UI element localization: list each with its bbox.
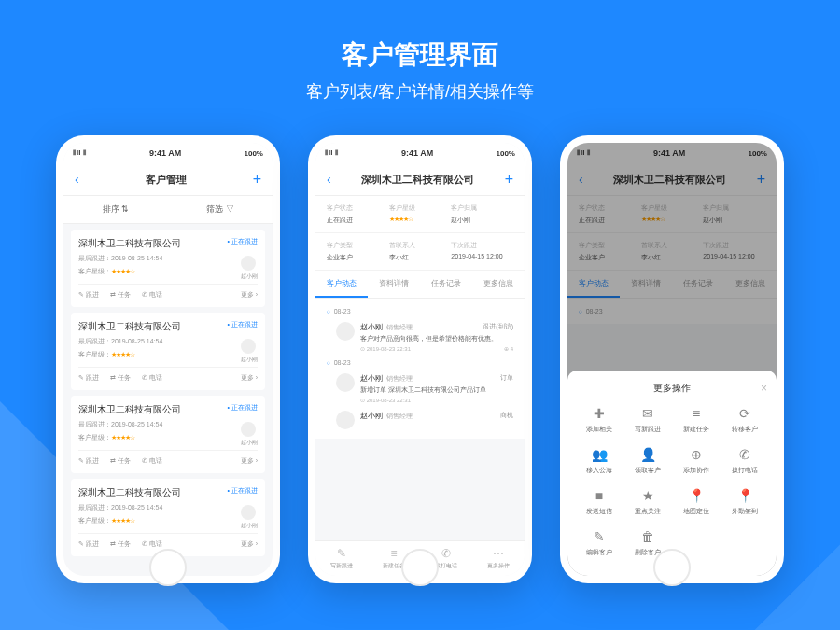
follow-action[interactable]: ✎ 跟进: [78, 373, 99, 383]
sheet-action-6[interactable]: ⊕添加协作: [674, 447, 719, 475]
signal-icon: ⫴ll ⫴: [73, 148, 87, 158]
status-time: 9:41 AM: [149, 148, 181, 158]
tab-3[interactable]: 更多信息: [472, 271, 525, 298]
tab-1[interactable]: 资料详情: [368, 271, 420, 298]
owner-avatar: 赵小刚: [241, 339, 258, 364]
tl-author: 赵小刚: [360, 412, 383, 420]
star-rating: 客户星级：★★★★☆: [78, 433, 258, 442]
follow-action[interactable]: ✎ 跟进: [78, 290, 99, 300]
tabbar: 客户动态资料详情任务记录更多信息: [315, 271, 525, 299]
sheet-title: 更多操作: [653, 383, 691, 393]
page-subtitle: 客户列表/客户详情/相关操作等: [0, 80, 840, 103]
sheet-action-10[interactable]: 📍地图定位: [674, 488, 719, 516]
navbar: ‹ 深圳木卫二科技有限公司 +: [315, 163, 525, 196]
tab-2[interactable]: 任务记录: [420, 271, 472, 298]
owner-avatar: 赵小刚: [241, 505, 258, 530]
task-action[interactable]: ⇄ 任务: [110, 290, 131, 300]
sheet-action-7[interactable]: ✆拨打电话: [722, 447, 767, 475]
customer-card[interactable]: 深圳木卫二科技有限公司 正在跟进 最后跟进：2019-08-25 14:54 客…: [71, 479, 265, 556]
home-button[interactable]: [401, 549, 439, 586]
add-icon[interactable]: +: [505, 171, 513, 188]
customer-card[interactable]: 深圳木卫二科技有限公司 正在跟进 最后跟进：2019-08-25 14:54 客…: [71, 313, 265, 390]
last-follow: 最后跟进：2019-08-25 14:54: [78, 420, 258, 429]
more-action[interactable]: 更多 ›: [241, 290, 258, 300]
tl-tag: 商机: [500, 411, 513, 420]
timeline-item[interactable]: 赵小刚销售经理跟进(到访) 客户对产品意向很高，但是希望价格能有优惠。 ⊙ 20…: [315, 318, 525, 356]
tab-0[interactable]: 客户动态: [315, 271, 368, 298]
timeline-item[interactable]: 赵小刚销售经理商机: [315, 407, 525, 433]
follow-action[interactable]: ✎ 跟进: [78, 456, 99, 466]
filterbar: 排序 ⇅ 筛选 ▽: [63, 196, 273, 224]
last-follow: 最后跟进：2019-08-25 14:54: [78, 254, 258, 263]
phone-list: ⫴ll ⫴ 9:41 AM 100% ‹ 客户管理 + 排序 ⇅ 筛选 ▽ 深圳…: [56, 135, 280, 583]
filter-button[interactable]: 筛选 ▽: [168, 196, 273, 223]
star-rating: 客户星级：★★★★☆: [78, 516, 258, 525]
sort-button[interactable]: 排序 ⇅: [63, 196, 168, 223]
star-rating: 客户星级：★★★★☆: [78, 267, 258, 276]
follow-action[interactable]: ✎ 跟进: [78, 539, 99, 549]
more-action[interactable]: 更多 ›: [241, 373, 258, 383]
sheet-action-1[interactable]: ✉写新跟进: [625, 406, 670, 434]
tl-time: ⊙ 2019-08-23 22:31: [360, 397, 513, 403]
last-follow: 最后跟进：2019-08-25 14:54: [78, 503, 258, 512]
info-row: 客户类型企业客户 首联系人李小红 下次跟进2019-04-15 12:00: [315, 233, 525, 271]
owner-avatar: 赵小刚: [241, 256, 258, 281]
page-header: 客户管理界面 客户列表/客户详情/相关操作等: [0, 0, 840, 103]
sheet-action-5[interactable]: 👤领取客户: [625, 447, 670, 475]
call-action[interactable]: ✆ 电话: [142, 456, 162, 466]
tl-tag: 订单: [500, 373, 513, 383]
add-icon[interactable]: +: [253, 171, 261, 188]
sheet-action-0[interactable]: ✚添加相关: [577, 406, 622, 434]
action-sheet: 更多操作 × ✚添加相关✉写新跟进≡新建任务⟳转移客户👥移入公海👤领取客户⊕添加…: [567, 371, 777, 576]
customer-card[interactable]: 深圳木卫二科技有限公司 正在跟进 最后跟进：2019-08-25 14:54 客…: [71, 396, 265, 473]
task-action[interactable]: ⇄ 任务: [110, 456, 131, 466]
nav-title: 客户管理: [146, 173, 187, 187]
timeline-item[interactable]: 赵小刚销售经理订单 新增订单 深圳木卫二科技有限公司产品订单 ⊙ 2019-08…: [315, 370, 525, 407]
nav-title: 深圳木卫二科技有限公司: [361, 173, 474, 187]
tl-desc: 客户对产品意向很高，但是希望价格能有优惠。: [360, 334, 513, 343]
back-icon[interactable]: ‹: [75, 172, 79, 187]
tl-tag: 跟进(到访): [483, 322, 513, 331]
bottom-action-0[interactable]: ✎写新跟进: [315, 547, 368, 570]
tl-time: ⊙ 2019-08-23 22:31⊕ 4: [360, 345, 513, 352]
info-row: 客户状态正在跟进 客户星级★★★★☆ 客户归属赵小刚: [315, 196, 525, 233]
avatar-icon: [336, 411, 355, 429]
sheet-action-2[interactable]: ≡新建任务: [674, 406, 719, 434]
timeline-date: 08-23: [315, 304, 525, 318]
task-action[interactable]: ⇄ 任务: [110, 539, 131, 549]
bottom-action-3[interactable]: ⋯更多操作: [472, 547, 525, 570]
task-action[interactable]: ⇄ 任务: [110, 373, 131, 383]
customer-card[interactable]: 深圳木卫二科技有限公司 正在跟进 最后跟进：2019-08-25 14:54 客…: [71, 230, 265, 307]
sheet-action-12[interactable]: ✎编辑客户: [577, 529, 622, 557]
avatar-icon: [336, 373, 355, 392]
back-icon[interactable]: ‹: [327, 172, 331, 187]
sheet-action-9[interactable]: ★重点关注: [625, 488, 670, 516]
status-badge: 正在跟进: [228, 486, 258, 496]
battery-icon: 100%: [245, 149, 263, 158]
status-badge: 正在跟进: [228, 237, 258, 246]
sheet-action-3[interactable]: ⟳转移客户: [722, 406, 767, 434]
close-icon[interactable]: ×: [761, 382, 767, 395]
more-action[interactable]: 更多 ›: [241, 456, 258, 466]
call-action[interactable]: ✆ 电话: [142, 373, 162, 383]
owner-avatar: 赵小刚: [241, 422, 258, 447]
more-action[interactable]: 更多 ›: [241, 539, 258, 549]
avatar-icon: [336, 322, 355, 341]
status-time: 9:41 AM: [401, 148, 433, 158]
sheet-action-4[interactable]: 👥移入公海: [577, 447, 622, 475]
tl-author: 赵小刚: [360, 374, 383, 383]
home-button[interactable]: [653, 549, 691, 586]
call-action[interactable]: ✆ 电话: [142, 539, 162, 549]
tl-desc: 新增订单 深圳木卫二科技有限公司产品订单: [360, 385, 513, 395]
tl-author: 赵小刚: [360, 323, 383, 331]
statusbar: ⫴ll ⫴ 9:41 AM 100%: [63, 143, 273, 163]
signal-icon: ⫴ll ⫴: [325, 148, 339, 158]
navbar: ‹ 客户管理 +: [63, 163, 273, 196]
status-badge: 正在跟进: [228, 320, 258, 329]
sheet-action-8[interactable]: ■发送短信: [577, 488, 622, 516]
star-rating: 客户星级：★★★★☆: [78, 350, 258, 359]
home-button[interactable]: [149, 549, 187, 586]
sheet-action-11[interactable]: 📍外勤签到: [722, 488, 767, 516]
call-action[interactable]: ✆ 电话: [142, 290, 162, 300]
last-follow: 最后跟进：2019-08-25 14:54: [78, 337, 258, 346]
